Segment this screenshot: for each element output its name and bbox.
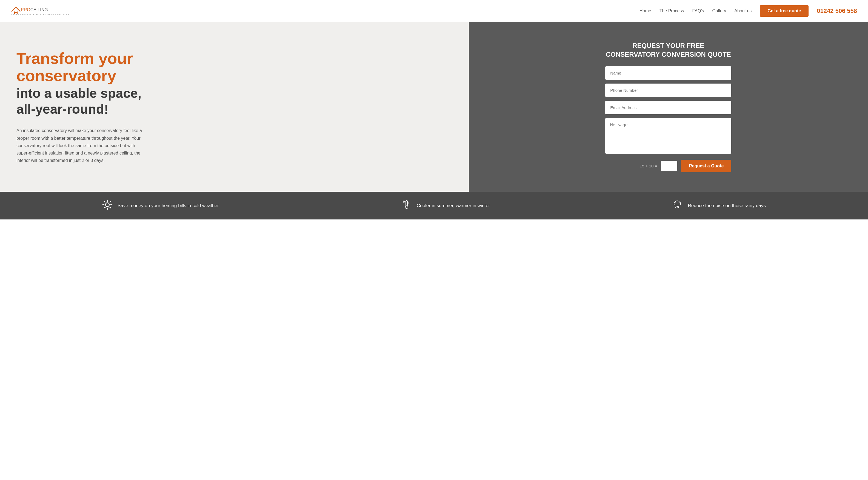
- feature-1: Save money on your heating bills in cold…: [102, 199, 219, 212]
- logo-pro: PRO: [21, 7, 30, 12]
- nav-about[interactable]: About us: [734, 8, 751, 13]
- feature-3-text: Reduce the noise on those rainy days: [688, 202, 766, 209]
- sun-svg: [102, 199, 113, 210]
- hero-title-orange: Transform your conservatory: [17, 50, 452, 85]
- feature-2: Cooler in summer, warmer in winter: [401, 199, 490, 212]
- svg-line-8: [104, 201, 105, 202]
- logo-text: PROCEILING: [11, 6, 48, 14]
- hero-section: Transform your conservatory into a usabl…: [0, 22, 868, 192]
- nav-gallery[interactable]: Gallery: [712, 8, 726, 13]
- logo-ceiling: CEILING: [30, 7, 48, 12]
- thermometer-svg: [401, 199, 412, 210]
- nav-process[interactable]: The Process: [659, 8, 684, 13]
- feature-2-text: Cooler in summer, warmer in winter: [417, 202, 490, 209]
- sun-icon: [102, 199, 113, 212]
- captcha-equation: 15 + 10 =: [640, 164, 657, 168]
- form-bottom: 15 + 10 = Request a Quote: [605, 160, 731, 172]
- svg-line-10: [110, 201, 111, 202]
- svg-line-9: [110, 207, 111, 208]
- phone-input[interactable]: [605, 84, 731, 97]
- hero-right: REQUEST YOUR FREE CONSERVATORY CONVERSIO…: [469, 22, 868, 192]
- cloud-svg: [672, 199, 683, 210]
- hero-body: An insulated conservatory will make your…: [17, 127, 148, 164]
- svg-line-22: [678, 206, 679, 208]
- svg-line-21: [677, 206, 678, 208]
- name-input[interactable]: [605, 66, 731, 80]
- svg-line-11: [104, 207, 105, 208]
- cloud-rain-icon: [672, 199, 683, 212]
- thermometer-icon: [401, 199, 412, 212]
- get-quote-button[interactable]: Get a free quote: [760, 5, 809, 17]
- main-nav: Home The Process FAQ's Gallery About us …: [640, 5, 857, 17]
- form-title: REQUEST YOUR FREE CONSERVATORY CONVERSIO…: [605, 41, 731, 58]
- email-input[interactable]: [605, 101, 731, 114]
- feature-3: Reduce the noise on those rainy days: [672, 199, 766, 212]
- hero-left: Transform your conservatory into a usabl…: [0, 22, 469, 192]
- header: PROCEILING TRANSFORM YOUR CONSERVATORY H…: [0, 0, 868, 22]
- header-phone: 01242 506 558: [817, 7, 857, 14]
- logo: PROCEILING TRANSFORM YOUR CONSERVATORY: [11, 6, 70, 16]
- nav-faqs[interactable]: FAQ's: [692, 8, 704, 13]
- logo-tagline: TRANSFORM YOUR CONSERVATORY: [11, 13, 70, 16]
- svg-line-20: [676, 206, 676, 208]
- captcha-input[interactable]: [661, 161, 677, 171]
- hero-title-dark: into a usable space, all-year-round!: [17, 86, 452, 117]
- submit-button[interactable]: Request a Quote: [681, 160, 731, 172]
- nav-home[interactable]: Home: [640, 8, 651, 13]
- feature-1-text: Save money on your heating bills in cold…: [118, 202, 219, 209]
- message-input[interactable]: [605, 118, 731, 154]
- quote-form: REQUEST YOUR FREE CONSERVATORY CONVERSIO…: [605, 41, 731, 172]
- logo-roof-icon: [11, 6, 21, 14]
- features-bar: Save money on your heating bills in cold…: [0, 192, 868, 219]
